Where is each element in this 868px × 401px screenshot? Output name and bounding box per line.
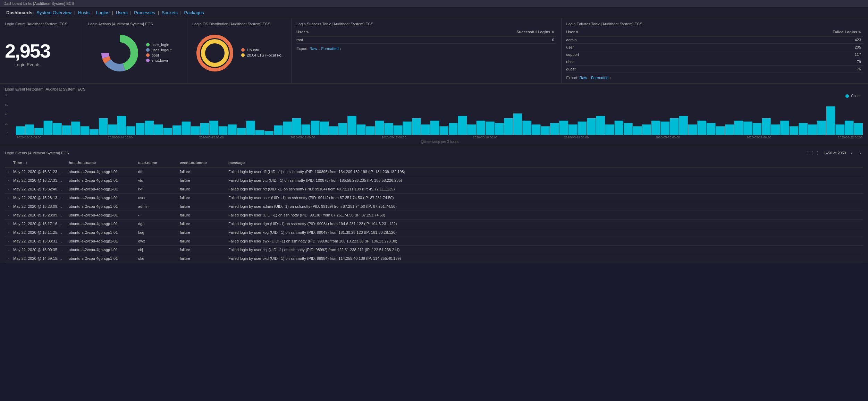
col-message-header[interactable]: message — [226, 159, 863, 167]
bar-19 — [191, 126, 200, 135]
bar-4 — [53, 123, 62, 135]
bar-80 — [753, 123, 762, 135]
failures-table: User ⇅ Failed Logins ⇅ admin423user205su… — [566, 29, 863, 73]
login-success-title: Login Success Table [Auditbeat System] E… — [296, 22, 556, 26]
bar-8 — [90, 129, 99, 135]
expand-arrow-3[interactable]: › — [8, 196, 9, 200]
event-row-3: › May 22, 2020 @ 15:28:13.000 ubuntu-s-2… — [5, 194, 863, 202]
expand-arrow-9[interactable]: › — [8, 248, 9, 252]
login-failures-title: Login Failures Table [Auditbeat System] … — [566, 22, 863, 26]
histogram-title: Login Event Histogram [Auditbeat System]… — [5, 87, 863, 91]
histogram-x-labels: 2020-05-13 00:002020-05-14 00:002020-05-… — [16, 136, 863, 139]
col-host-header[interactable]: host.hostname — [66, 159, 135, 167]
events-controls: ⋮⋮⋮ 1–50 of 2953 ‹ › — [806, 150, 863, 156]
nav-packages[interactable]: Packages — [184, 10, 204, 15]
bar-28 — [274, 126, 283, 135]
bar-46 — [440, 126, 449, 135]
bar-40 — [384, 123, 393, 135]
bar-5 — [62, 126, 71, 135]
expand-arrow-6[interactable]: › — [8, 222, 9, 226]
login-actions-donut — [99, 32, 141, 74]
success-export-formatted[interactable]: Formatted — [321, 46, 339, 51]
expand-arrow-7[interactable]: › — [8, 231, 9, 234]
bar-7 — [81, 126, 90, 135]
bar-15 — [154, 125, 163, 135]
bar-27 — [264, 131, 273, 135]
bar-76 — [716, 126, 725, 135]
success-export-raw[interactable]: Raw — [310, 46, 317, 51]
bar-33 — [320, 122, 329, 135]
login-actions-panel: Login Actions [Auditbeat System] ECS use… — [83, 18, 187, 83]
nav-logins[interactable]: Logins — [96, 10, 109, 15]
events-title: Login Events [Auditbeat System] ECS — [5, 151, 69, 155]
failures-col-user[interactable]: User ⇅ — [566, 29, 664, 36]
bar-65 — [615, 121, 624, 135]
expand-arrow-1[interactable]: › — [8, 179, 9, 182]
bar-11 — [117, 116, 126, 135]
nav-sockets[interactable]: Sockets — [162, 10, 178, 15]
bar-56 — [532, 125, 541, 135]
bar-26 — [255, 130, 264, 135]
bar-54 — [513, 113, 522, 135]
top-panels: Login Count [Auditbeat System] ECS 2,953… — [0, 18, 868, 84]
x-label: 2020-05-20 00:00 — [655, 136, 680, 139]
pagination-next[interactable]: › — [857, 150, 863, 156]
bar-41 — [394, 126, 403, 135]
event-row-4: › May 22, 2020 @ 15:28:09.000 ubuntu-s-2… — [5, 202, 863, 211]
col-outcome-header[interactable]: event.outcome — [177, 159, 226, 167]
bar-77 — [725, 125, 734, 135]
bar-23 — [228, 125, 237, 135]
event-row-8: › May 22, 2020 @ 15:08:31.000 ubuntu-s-2… — [5, 237, 863, 246]
events-table: Time ↓ host.hostname user.name event.out… — [5, 159, 863, 263]
bar-88 — [826, 106, 835, 135]
expand-arrow-4[interactable]: › — [8, 205, 9, 208]
bar-58 — [550, 123, 559, 135]
nav-processes[interactable]: Processes — [134, 10, 155, 15]
dashboards-bar: Dashboards: System Overview | Hosts | Lo… — [0, 7, 868, 18]
expand-arrow-0[interactable]: › — [8, 170, 9, 174]
col-expand-header — [5, 159, 10, 167]
nav-hosts[interactable]: Hosts — [78, 10, 90, 15]
bar-45 — [430, 121, 439, 135]
failures-export: Export: Raw ↓ Formatted ↓ — [566, 76, 863, 80]
login-actions-title: Login Actions [Auditbeat System] ECS — [88, 22, 182, 26]
login-success-panel: Login Success Table [Auditbeat System] E… — [292, 18, 562, 83]
bar-34 — [329, 126, 338, 135]
success-col-logins[interactable]: Successful Logins ⇅ — [366, 29, 556, 36]
login-os-title: Login OS Distribution [Auditbeat System]… — [192, 22, 286, 26]
more-options-icon[interactable]: ⋮⋮⋮ — [806, 150, 820, 156]
x-label: 2020-05-13 00:00 — [17, 136, 41, 139]
col-user-header[interactable]: user.name — [135, 159, 177, 167]
x-label: 2020-05-16 00:00 — [290, 136, 315, 139]
bar-38 — [366, 126, 375, 135]
bar-70 — [660, 122, 669, 135]
bar-59 — [559, 121, 568, 135]
bar-42 — [403, 122, 412, 135]
events-section: Login Events [Auditbeat System] ECS ⋮⋮⋮ … — [0, 146, 868, 263]
nav-users[interactable]: Users — [116, 10, 128, 15]
col-time-header[interactable]: Time ↓ — [10, 159, 66, 167]
bar-20 — [200, 123, 209, 135]
bar-82 — [771, 125, 780, 135]
success-col-user[interactable]: User ⇅ — [296, 29, 366, 36]
expand-arrow-2[interactable]: › — [8, 187, 9, 191]
pagination-prev[interactable]: ‹ — [849, 150, 855, 156]
bar-12 — [126, 126, 135, 135]
failures-col-logins[interactable]: Failed Logins ⇅ — [663, 29, 863, 36]
bar-91 — [854, 123, 863, 135]
bar-36 — [347, 116, 356, 135]
expand-arrow-10[interactable]: › — [8, 257, 9, 261]
histogram-chart — [16, 93, 863, 135]
bar-53 — [504, 118, 513, 135]
bar-57 — [541, 126, 550, 135]
failures-export-formatted[interactable]: Formatted — [591, 76, 608, 80]
expand-arrow-5[interactable]: › — [8, 213, 9, 217]
nav-system-overview[interactable]: System Overview — [36, 10, 71, 15]
bar-0 — [16, 126, 25, 135]
event-row-10: › May 22, 2020 @ 14:59:15.000 ubuntu-s-2… — [5, 254, 863, 263]
bar-10 — [108, 125, 117, 135]
pagination-text: 1–50 of 2953 — [824, 151, 846, 155]
expand-arrow-8[interactable]: › — [8, 239, 9, 243]
histogram-panel: Login Event Histogram [Auditbeat System]… — [0, 84, 868, 146]
failures-export-raw[interactable]: Raw — [579, 76, 587, 80]
